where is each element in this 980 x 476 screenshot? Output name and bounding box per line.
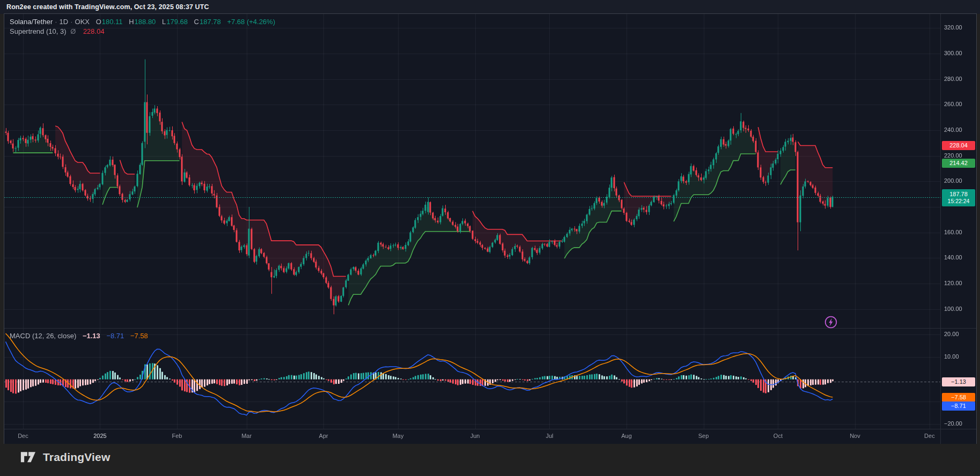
attribution-bar: Ron2ee created with TradingView.com, Oct… [0, 0, 980, 14]
tradingview-snapshot: Ron2ee created with TradingView.com, Oct… [0, 0, 980, 476]
price-tick-label: 120.00 [944, 280, 962, 286]
symbol-title: Solana/Tether [10, 18, 53, 26]
footer: TradingView [0, 444, 980, 476]
exchange-label: OKX [75, 18, 90, 26]
supertrend-value: 228.04 [83, 27, 105, 35]
macd-line-value: −8.71 [106, 332, 124, 340]
close-value: 187.78 [200, 18, 221, 26]
price-tick-label: 300.00 [944, 50, 962, 56]
supertrend-value-badge: 228.04 [942, 141, 975, 150]
open-value: 180.11 [102, 18, 123, 26]
legend-separator: · [53, 18, 59, 26]
change-value: +7.68 (+4.26%) [227, 18, 275, 26]
legend-separator2: · [68, 18, 75, 26]
price-tick-label: 100.00 [944, 306, 962, 312]
supertrend-up-value-badge: 214.42 [942, 159, 975, 168]
chart-frame: Solana/Tether·1D·OKX O180.11 H188.80 L17… [4, 14, 976, 444]
time-axis-label: Dec [924, 433, 935, 439]
price-tick-label: 280.00 [944, 76, 962, 82]
last-price-badge: 187.78 15:22:24 [942, 189, 975, 206]
time-axis-label: Jun [470, 433, 480, 439]
price-tick-label: 140.00 [944, 254, 962, 261]
macd-line-badge: −8.71 [942, 401, 975, 411]
close-letter: C [194, 18, 199, 26]
low-value: 179.68 [166, 18, 188, 26]
time-axis-label: Aug [621, 433, 632, 439]
time-axis-label: May [393, 433, 404, 439]
time-axis-label: Feb [172, 433, 182, 439]
time-axis-label: Mar [241, 433, 252, 439]
macd-tick-label: 10.00 [944, 353, 959, 360]
bar-countdown: 15:22:24 [942, 198, 975, 205]
macd-signal-badge: −7.58 [942, 393, 975, 402]
low-letter: L [162, 18, 166, 26]
price-tick-label: 260.00 [944, 101, 962, 107]
interval-label: 1D [60, 18, 69, 26]
price-tick-label: 160.00 [944, 229, 962, 235]
chart-canvas[interactable] [4, 14, 976, 444]
price-tick-label: 320.00 [944, 24, 962, 31]
macd-tick-label: 20.00 [944, 331, 959, 337]
symbol-legend-row[interactable]: Solana/Tether·1D·OKX O180.11 H188.80 L17… [10, 17, 275, 27]
supertrend-legend-row[interactable]: Supertrend (10, 3) Ø 228.04 [10, 27, 275, 36]
time-axis-label: Apr [319, 433, 328, 439]
attribution-text: Ron2ee created with TradingView.com, Oct… [6, 3, 209, 11]
time-axis-label: Oct [773, 433, 783, 439]
symbol-legend: Solana/Tether·1D·OKX O180.11 H188.80 L17… [10, 17, 275, 36]
time-axis-label: Sep [698, 433, 709, 439]
macd-legend-row[interactable]: MACD (12, 26, close) −1.13 −8.71 −7.58 [10, 331, 148, 341]
high-value: 188.80 [135, 18, 156, 26]
open-letter: O [96, 18, 101, 26]
price-tick-label: 220.00 [944, 152, 962, 159]
macd-title: MACD (12, 26, close) [10, 332, 76, 340]
price-tick-label: 200.00 [944, 177, 962, 184]
time-axis-label: Jul [546, 433, 553, 439]
supertrend-avg-symbol: Ø [68, 27, 78, 35]
macd-signal-value: −7.58 [130, 332, 148, 340]
macd-legend: MACD (12, 26, close) −1.13 −8.71 −7.58 [10, 331, 148, 341]
supertrend-title: Supertrend (10, 3) [10, 27, 67, 35]
macd-hist-badge: −1.13 [942, 377, 975, 386]
macd-tick-label: −20.00 [944, 420, 962, 427]
tradingview-logo[interactable]: TradingView [20, 450, 110, 464]
high-letter: H [129, 18, 134, 26]
macd-hist-value: −1.13 [83, 332, 100, 340]
time-axis-label: 2025 [93, 433, 106, 439]
tradingview-logo-icon [20, 450, 38, 464]
price-tick-label: 240.00 [944, 127, 962, 133]
time-axis-label: Dec [18, 433, 28, 439]
time-axis-label: Nov [850, 433, 860, 439]
tradingview-logo-text: TradingView [43, 451, 110, 464]
lightning-bolt-icon[interactable] [824, 315, 838, 329]
